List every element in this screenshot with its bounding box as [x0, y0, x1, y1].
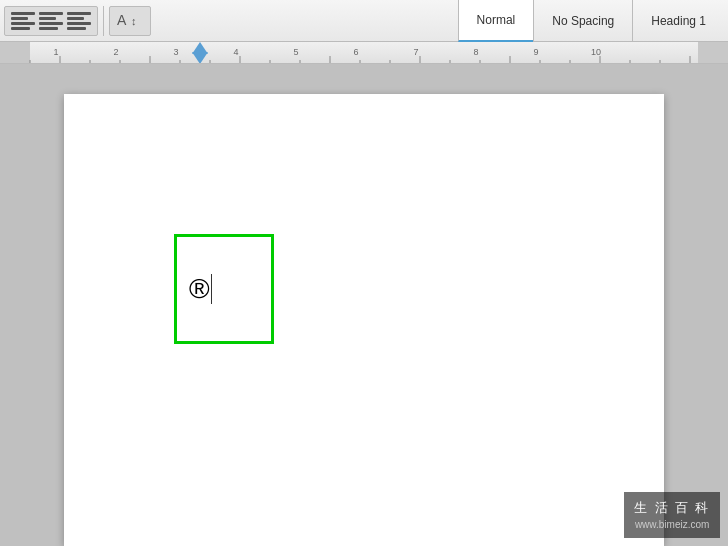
paragraph-icon: [9, 8, 37, 34]
registered-symbol: ®: [189, 273, 210, 305]
tab-heading1[interactable]: Heading 1: [632, 0, 724, 42]
sort-icon: A ↕: [115, 7, 145, 35]
text-box[interactable]: ®: [174, 234, 274, 344]
svg-text:4: 4: [233, 47, 238, 57]
text-cursor: [211, 274, 213, 304]
tab-no-spacing-label: No Spacing: [552, 14, 614, 28]
toolbar: A ↕ Normal No Spacing Heading 1: [0, 0, 728, 42]
svg-rect-2: [0, 42, 728, 64]
svg-rect-3: [0, 42, 30, 64]
watermark: 生 活 百 科 www.bimeiz.com: [624, 492, 720, 539]
svg-text:3: 3: [173, 47, 178, 57]
toolbar-icon-group-1: [4, 6, 98, 36]
svg-text:9: 9: [533, 47, 538, 57]
tab-no-spacing[interactable]: No Spacing: [533, 0, 632, 42]
ruler: 1 2 3 4 5 6 7 8 9 10: [0, 42, 728, 64]
tab-normal[interactable]: Normal: [458, 0, 534, 42]
svg-text:10: 10: [591, 47, 601, 57]
toolbar-icon-group-2: A ↕: [109, 6, 151, 36]
svg-text:5: 5: [293, 47, 298, 57]
svg-text:2: 2: [113, 47, 118, 57]
indent-icon: [65, 8, 93, 34]
document-page: ®: [64, 94, 664, 546]
watermark-chinese: 生 活 百 科: [634, 498, 710, 518]
svg-text:8: 8: [473, 47, 478, 57]
svg-text:↕: ↕: [131, 15, 137, 27]
toolbar-divider-1: [103, 6, 104, 36]
document-area: ®: [0, 64, 728, 546]
svg-text:7: 7: [413, 47, 418, 57]
tab-heading1-label: Heading 1: [651, 14, 706, 28]
list-icon: [37, 8, 65, 34]
svg-text:1: 1: [53, 47, 58, 57]
watermark-url: www.bimeiz.com: [634, 517, 710, 532]
ruler-svg: 1 2 3 4 5 6 7 8 9 10: [0, 42, 728, 64]
svg-rect-4: [698, 42, 728, 64]
svg-text:A: A: [117, 12, 127, 28]
svg-text:6: 6: [353, 47, 358, 57]
tab-normal-label: Normal: [477, 13, 516, 27]
style-tabs: Normal No Spacing Heading 1: [458, 0, 724, 42]
